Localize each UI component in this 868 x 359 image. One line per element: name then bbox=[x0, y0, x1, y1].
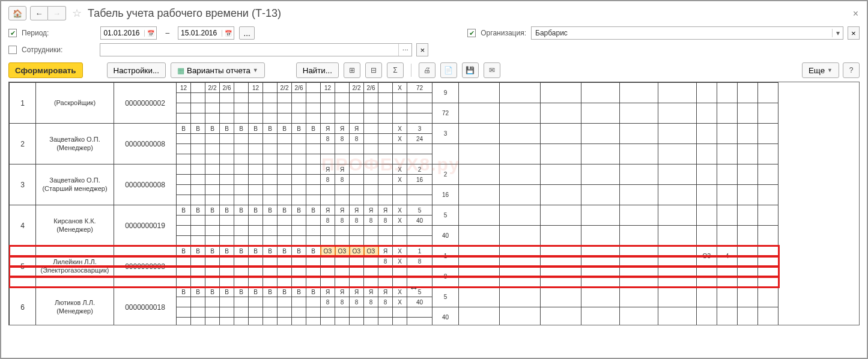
day-cell[interactable] bbox=[220, 297, 234, 307]
day-cell[interactable]: В bbox=[205, 205, 220, 216]
block-cell[interactable]: 1 bbox=[432, 246, 459, 267]
day-cell[interactable] bbox=[278, 164, 292, 175]
block-cell[interactable]: 16 bbox=[432, 185, 459, 205]
day-cell[interactable]: В bbox=[278, 246, 292, 256]
day-cell[interactable]: ОЗ bbox=[335, 246, 350, 256]
sum-cell[interactable]: 3 bbox=[407, 124, 432, 134]
block-cell[interactable]: 40 bbox=[432, 307, 459, 326]
day-cell[interactable]: В bbox=[191, 124, 205, 134]
day-cell[interactable]: 8 bbox=[321, 297, 335, 307]
block-cell[interactable]: 40 bbox=[432, 226, 459, 246]
day-cell[interactable] bbox=[249, 134, 263, 144]
day-cell[interactable] bbox=[364, 175, 378, 185]
day-cell[interactable] bbox=[278, 134, 292, 144]
day-cell[interactable]: Я bbox=[321, 124, 335, 134]
day-cell[interactable]: 8 bbox=[335, 216, 350, 226]
day-cell[interactable] bbox=[177, 175, 191, 185]
row-num[interactable]: 6 bbox=[10, 287, 36, 326]
day-cell[interactable]: 8 bbox=[335, 175, 350, 185]
sum-cell[interactable]: 16 bbox=[407, 175, 432, 185]
day-cell[interactable] bbox=[205, 164, 220, 175]
print-alt-icon[interactable]: 📄 bbox=[440, 62, 457, 78]
day-cell[interactable] bbox=[234, 297, 249, 307]
day-cell[interactable] bbox=[378, 164, 393, 175]
day-cell[interactable] bbox=[335, 83, 350, 93]
block-cell[interactable] bbox=[432, 144, 459, 164]
day-cell[interactable]: ОЗ bbox=[321, 246, 335, 256]
generate-button[interactable]: Сформировать bbox=[8, 62, 83, 78]
row-num[interactable]: 3 bbox=[10, 164, 36, 205]
day-cell[interactable] bbox=[234, 216, 249, 226]
day-cell[interactable]: 2/2 bbox=[278, 83, 292, 93]
day-cell[interactable]: Я bbox=[321, 164, 335, 175]
day-cell[interactable]: 12 bbox=[249, 83, 263, 93]
day-cell[interactable]: Х bbox=[393, 216, 407, 226]
block-cell[interactable]: 8 bbox=[432, 267, 459, 287]
day-cell[interactable] bbox=[364, 124, 378, 134]
date-to-input[interactable] bbox=[178, 28, 222, 38]
report-table[interactable]: ПРОФБУХ8.ру ↔ 1 (Раскройщик) 0000000002 … bbox=[8, 82, 860, 325]
block-cell[interactable]: 5 bbox=[432, 287, 459, 307]
day-cell[interactable]: 8 bbox=[350, 297, 364, 307]
day-cell[interactable]: В bbox=[205, 287, 220, 297]
day-cell[interactable]: В bbox=[191, 205, 205, 216]
day-cell[interactable] bbox=[292, 164, 306, 175]
day-cell[interactable]: В bbox=[249, 287, 263, 297]
day-cell[interactable]: В bbox=[292, 287, 306, 297]
day-cell[interactable]: В bbox=[220, 287, 234, 297]
day-cell[interactable]: Х bbox=[393, 164, 407, 175]
day-cell[interactable] bbox=[234, 164, 249, 175]
day-cell[interactable]: В bbox=[177, 205, 191, 216]
day-cell[interactable]: В bbox=[306, 124, 321, 134]
forward-button[interactable]: → bbox=[48, 6, 66, 20]
day-cell[interactable] bbox=[350, 256, 364, 267]
day-cell[interactable] bbox=[234, 175, 249, 185]
day-cell[interactable] bbox=[220, 134, 234, 144]
day-cell[interactable]: В bbox=[220, 205, 234, 216]
day-cell[interactable] bbox=[292, 216, 306, 226]
sum-cell[interactable]: 2 bbox=[407, 164, 432, 175]
sum-icon[interactable]: Σ bbox=[387, 62, 404, 78]
sum-code[interactable]: ОЗ bbox=[697, 246, 717, 267]
day-cell[interactable]: Я bbox=[350, 124, 364, 134]
row-num[interactable]: 4 bbox=[10, 205, 36, 246]
day-cell[interactable] bbox=[205, 134, 220, 144]
day-cell[interactable]: В bbox=[278, 124, 292, 134]
day-cell[interactable]: 8 bbox=[335, 297, 350, 307]
org-clear-button[interactable]: × bbox=[848, 26, 860, 40]
sum-cell[interactable]: 1 bbox=[407, 246, 432, 256]
day-cell[interactable]: В bbox=[220, 124, 234, 134]
day-cell[interactable] bbox=[191, 83, 205, 93]
day-cell[interactable]: 8 bbox=[378, 297, 393, 307]
sum-cell[interactable]: 24 bbox=[407, 134, 432, 144]
day-cell[interactable]: Х bbox=[393, 205, 407, 216]
day-cell[interactable] bbox=[364, 256, 378, 267]
day-cell[interactable]: В bbox=[234, 205, 249, 216]
day-cell[interactable]: Х bbox=[393, 83, 407, 93]
day-cell[interactable]: Х bbox=[393, 287, 407, 297]
day-cell[interactable] bbox=[306, 256, 321, 267]
day-cell[interactable]: Я bbox=[364, 205, 378, 216]
employee-name[interactable]: Зацветайко О.П.(Менеджер) bbox=[36, 124, 114, 164]
day-cell[interactable] bbox=[249, 256, 263, 267]
help-icon[interactable]: ? bbox=[843, 62, 860, 78]
block-cell[interactable]: 2 bbox=[432, 164, 459, 185]
date-to-field[interactable]: 📅 bbox=[178, 26, 234, 40]
day-cell[interactable]: В bbox=[191, 246, 205, 256]
day-cell[interactable]: Я bbox=[335, 164, 350, 175]
sum-cell[interactable]: 40 bbox=[407, 216, 432, 226]
day-cell[interactable] bbox=[205, 216, 220, 226]
day-cell[interactable] bbox=[177, 93, 191, 103]
close-icon[interactable]: × bbox=[853, 8, 858, 19]
day-cell[interactable]: 8 bbox=[335, 134, 350, 144]
day-cell[interactable] bbox=[191, 216, 205, 226]
day-cell[interactable] bbox=[220, 216, 234, 226]
day-cell[interactable]: В bbox=[263, 124, 278, 134]
dropdown-icon[interactable]: ▾ bbox=[832, 29, 843, 37]
period-checkbox[interactable]: ✔ bbox=[8, 29, 17, 37]
day-cell[interactable] bbox=[364, 164, 378, 175]
block-cell[interactable]: 3 bbox=[432, 124, 459, 144]
day-cell[interactable] bbox=[191, 175, 205, 185]
more-button[interactable]: Еще▼ bbox=[802, 62, 839, 78]
employees-checkbox[interactable] bbox=[8, 46, 17, 54]
